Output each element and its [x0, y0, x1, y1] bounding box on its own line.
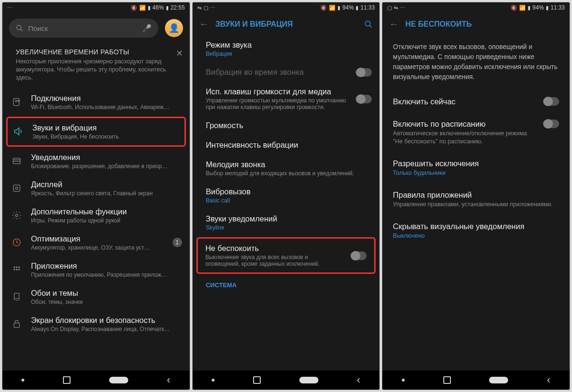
- nav-bar: ‹: [382, 371, 570, 390]
- settings-list: Подключения Wi-Fi, Bluetooth, Использова…: [2, 89, 190, 371]
- search-icon[interactable]: [364, 20, 373, 29]
- settings-item-lockscreen[interactable]: Экран блокировки и безопасность Always O…: [2, 311, 190, 338]
- more-icon: ⋯: [7, 5, 12, 11]
- svg-point-14: [13, 269, 15, 270]
- item-sound-mode[interactable]: Режим звука Вибрация: [193, 35, 380, 62]
- settings-item-connections[interactable]: Подключения Wi-Fi, Bluetooth, Использова…: [2, 89, 190, 116]
- nav-back-button[interactable]: ‹: [547, 374, 550, 386]
- nfc-icon: ⇋: [394, 5, 398, 11]
- more-icon: ⋯: [210, 5, 215, 11]
- sounds-list: Режим звука Вибрация Вибрация во время з…: [193, 35, 380, 371]
- image-icon: ▢: [204, 5, 208, 11]
- toggle-switch[interactable]: [356, 68, 372, 77]
- item-notification-sounds[interactable]: Звуки уведомлений Skyline: [193, 209, 380, 236]
- nav-assistant[interactable]: [21, 379, 24, 382]
- close-icon[interactable]: ✕: [176, 48, 183, 59]
- item-ringtone[interactable]: Мелодия звонка Выбор мелодий для входящи…: [193, 155, 380, 182]
- wifi-icon: 📶: [139, 5, 146, 11]
- battery-icon: ▮: [166, 5, 169, 11]
- settings-item-notifications[interactable]: Уведомления Блокирование, разрешение, до…: [2, 148, 190, 175]
- apps-icon: [10, 265, 23, 274]
- settings-item-apps[interactable]: Приложения Приложения по умолчанию, Разр…: [2, 256, 190, 283]
- settings-item-display[interactable]: Дисплей Яркость, Фильтр синего света, Гл…: [2, 175, 190, 202]
- badge-count: 1: [173, 238, 182, 247]
- settings-item-advanced[interactable]: Дополнительные функции Игры, Режим работ…: [2, 202, 190, 229]
- dnd-screen: ▢ ⇋ ⋯ 🔇 📶 ▮ 94% ▮ 11:33 ← НЕ БЕСПОКОИТЬ …: [382, 2, 570, 390]
- signal-icon: ▮: [337, 5, 340, 11]
- battery-text: 46%: [153, 4, 164, 11]
- wallpaper-icon: [10, 292, 23, 302]
- display-icon: [10, 183, 23, 193]
- nav-assistant[interactable]: [402, 379, 405, 382]
- back-arrow-icon[interactable]: ←: [199, 19, 209, 30]
- nav-bar: ‹: [2, 371, 190, 390]
- svg-point-16: [18, 269, 20, 270]
- page-title: ЗВУКИ И ВИБРАЦИЯ: [215, 20, 358, 29]
- status-bar: ▢ ⇋ ⋯ 🔇 📶 ▮ 94% ▮ 11:33: [382, 2, 570, 13]
- profile-avatar[interactable]: 👤: [165, 19, 183, 37]
- battery-text: 94%: [342, 4, 354, 11]
- search-icon: [16, 24, 23, 32]
- mute-icon: 🔇: [131, 5, 137, 11]
- nfc-icon: ⇋: [197, 5, 202, 11]
- battery-text: 94%: [532, 4, 544, 11]
- wifi-icon: 📶: [329, 5, 336, 11]
- nav-home-button[interactable]: [299, 377, 318, 383]
- notifications-icon: [10, 156, 23, 166]
- search-input[interactable]: Поиск 🎤: [9, 19, 158, 38]
- toggle-switch[interactable]: [350, 251, 367, 260]
- item-volume[interactable]: Громкость: [193, 116, 380, 135]
- nav-back-button[interactable]: ‹: [357, 374, 360, 386]
- search-placeholder: Поиск: [28, 24, 48, 32]
- svg-point-8: [16, 187, 18, 190]
- nav-back-button[interactable]: ‹: [167, 374, 170, 386]
- image-icon: ▢: [387, 5, 392, 11]
- svg-rect-2: [13, 99, 19, 106]
- svg-line-20: [370, 25, 372, 28]
- svg-rect-7: [13, 185, 20, 191]
- toggle-switch[interactable]: [356, 95, 372, 103]
- lock-icon: [10, 319, 23, 329]
- more-icon: ⋯: [400, 5, 405, 11]
- svg-point-12: [16, 266, 17, 268]
- item-do-not-disturb[interactable]: Не беспокоить Выключение звука для всех …: [198, 239, 375, 272]
- item-app-rules[interactable]: Правила приложений Управление правилами,…: [382, 184, 570, 215]
- toggle-switch[interactable]: [543, 97, 559, 106]
- item-vibration-intensity[interactable]: Интенсивность вибрации: [193, 135, 380, 155]
- item-allow-exceptions[interactable]: Разрешить исключения Только будильники: [382, 152, 570, 184]
- nav-assistant[interactable]: [212, 379, 214, 382]
- back-arrow-icon[interactable]: ←: [389, 19, 398, 30]
- item-vibration-pattern[interactable]: Вибровызов Basic call: [193, 182, 380, 209]
- item-vibrate-while-ring[interactable]: Вибрация во время звонка: [193, 62, 380, 82]
- battery-tip-card[interactable]: УВЕЛИЧЕНИЕ ВРЕМЕНИ РАБОТЫ Некоторые прил…: [2, 43, 190, 89]
- advanced-icon: [10, 211, 23, 220]
- screen-header: ← НЕ БЕСПОКОИТЬ: [382, 13, 570, 35]
- svg-point-15: [16, 269, 17, 270]
- battery-icon: ▮: [356, 5, 358, 11]
- page-title: НЕ БЕСПОКОИТЬ: [405, 20, 563, 29]
- item-enable-schedule[interactable]: Включить по расписанию Автоматическое вк…: [382, 113, 570, 152]
- nav-bar: ‹: [193, 371, 380, 390]
- connections-icon: [10, 97, 23, 107]
- settings-item-sounds[interactable]: Звуки и вибрация Звуки, Вибрация, Не бес…: [8, 118, 184, 145]
- mic-icon[interactable]: 🎤: [142, 24, 152, 33]
- item-enable-now[interactable]: Включить сейчас: [382, 90, 570, 113]
- screen-header: ← ЗВУКИ И ВИБРАЦИЯ: [193, 13, 380, 35]
- toggle-switch[interactable]: [543, 120, 559, 128]
- svg-point-13: [18, 266, 20, 268]
- settings-item-wallpaper[interactable]: Обои и темы Обои, темы, значки: [2, 283, 190, 311]
- nav-home-button[interactable]: [489, 377, 508, 383]
- nav-recent-button[interactable]: [253, 376, 261, 384]
- sound-icon: [11, 126, 25, 137]
- item-hide-visual[interactable]: Скрывать визуальные уведомления Выключен…: [382, 215, 570, 247]
- settings-item-optimization[interactable]: Оптимизация Аккумулятор, хранилище, ОЗУ,…: [2, 229, 190, 256]
- search-header: Поиск 🎤 👤: [2, 13, 190, 43]
- nav-home-button[interactable]: [109, 377, 128, 383]
- item-volume-keys-media[interactable]: Исп. клавиш громкости для медиа Управлен…: [193, 82, 380, 116]
- nav-recent-button[interactable]: [443, 376, 451, 384]
- optimization-icon: [10, 238, 23, 247]
- tip-text: Некоторые приложения чрезмерно расходуют…: [16, 58, 182, 82]
- nav-recent-button[interactable]: [63, 376, 71, 384]
- settings-main-screen: ⋯ 🔇 📶 ▮ 46% ▮ 22:55 Поиск 🎤 👤 УВЕЛИЧЕНИЕ…: [2, 2, 190, 390]
- mute-icon: 🔇: [320, 5, 327, 11]
